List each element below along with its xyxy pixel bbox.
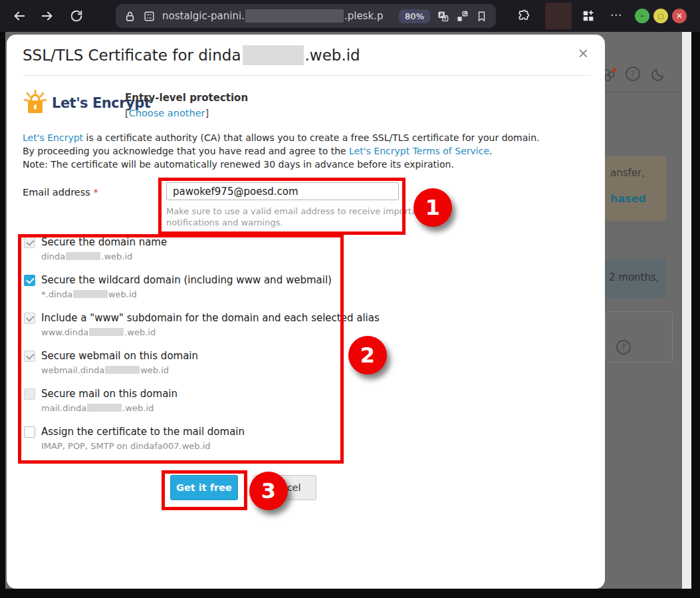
browser-menu-icon[interactable]: ⋯	[610, 8, 622, 21]
help-icon: ?	[626, 67, 640, 81]
window-minimize-button[interactable]: –	[635, 9, 649, 23]
site-info-icon[interactable]	[143, 10, 156, 23]
card-help-icon: ?	[616, 340, 631, 355]
profile-avatar[interactable]	[545, 3, 572, 29]
lock-icon[interactable]	[124, 10, 136, 23]
promo-text-partial: ansfer,	[610, 167, 645, 179]
lets-encrypt-lock-icon	[23, 89, 48, 117]
reload-icon[interactable]	[69, 9, 84, 23]
email-label-text: Email address	[23, 187, 90, 198]
window-maximize-button[interactable]: ▢	[653, 9, 668, 23]
lets-encrypt-link[interactable]: Let's Encrypt	[23, 132, 83, 143]
translate-icon[interactable]: A	[437, 10, 449, 23]
line2-pre: By proceeding you acknowledge that you h…	[23, 146, 349, 156]
annotation-step-3: 3	[249, 472, 288, 510]
bookmark-icon[interactable]	[475, 10, 488, 23]
scrollbar[interactable]	[682, 32, 691, 589]
background-period-box: 2 months,	[605, 259, 666, 298]
line1-rest: is a certificate authority (CA) that all…	[83, 132, 539, 143]
help-glyph: ?	[631, 69, 635, 78]
address-bar[interactable]: nostalgic-panini. .plesk.p 80% A	[116, 4, 496, 28]
choose-another-row: [Choose another]	[125, 108, 209, 118]
description-line-3: Note: The certificate will be automatica…	[23, 158, 540, 171]
annotation-box-checkboxes	[18, 234, 344, 464]
background-promo-box: ansfer, hased	[605, 156, 666, 221]
url-prefix: nostalgic-panini.	[162, 10, 245, 22]
annotation-box-email	[158, 178, 406, 235]
bracket-close: ]	[205, 108, 209, 118]
dark-mode-moon-icon	[650, 67, 666, 82]
url-redaction	[245, 9, 344, 23]
annotation-step-1: 1	[413, 188, 452, 227]
close-icon[interactable]: ×	[577, 47, 589, 61]
url-text: nostalgic-panini. .plesk.p	[162, 9, 383, 23]
title-redaction	[243, 45, 304, 65]
title-suffix: .web.id	[305, 47, 360, 64]
zoom-level-badge[interactable]: 80%	[399, 9, 430, 23]
background-header-divider	[600, 92, 682, 92]
window-close-button[interactable]: ✕	[672, 9, 687, 23]
svg-text:A: A	[439, 12, 444, 18]
description-line-2: By proceeding you acknowledge that you h…	[23, 144, 540, 158]
split-view-icon[interactable]	[456, 10, 469, 23]
extensions-puzzle-icon[interactable]	[516, 9, 530, 23]
annotation-step-2: 2	[348, 336, 387, 374]
description-line-1: Let's Encrypt is a certificate authority…	[23, 131, 540, 144]
url-suffix: .plesk.p	[344, 10, 383, 22]
title-divider	[23, 75, 590, 76]
annotation-box-button	[162, 470, 247, 510]
required-asterisk: *	[93, 187, 98, 198]
forward-icon[interactable]	[40, 9, 55, 23]
screen: nostalgic-panini. .plesk.p 80% A ⋯ – ▢ ✕…	[0, 0, 700, 598]
promo-link-partial: hased	[610, 192, 646, 205]
period-text-partial: 2 months,	[609, 271, 659, 283]
apps-grid-icon[interactable]	[581, 9, 596, 23]
background-card: ?	[605, 311, 673, 363]
title-prefix: SSL/TLS Certificate for dinda	[23, 47, 241, 64]
browser-toolbar: nostalgic-panini. .plesk.p 80% A ⋯ – ▢ ✕	[0, 0, 700, 32]
protection-level-label: Entry-level protection	[125, 92, 248, 104]
dialog-title: SSL/TLS Certificate for dinda.web.id	[23, 45, 360, 65]
back-icon[interactable]	[12, 9, 27, 23]
choose-another-link[interactable]: Choose another	[129, 108, 205, 118]
line2-post: .	[489, 146, 492, 156]
email-label: Email address *	[23, 187, 98, 198]
description-paragraph: Let's Encrypt is a certificate authority…	[23, 131, 540, 171]
terms-of-service-link[interactable]: Let's Encrypt Terms of Service	[349, 146, 489, 156]
card-help-glyph: ?	[622, 343, 626, 352]
